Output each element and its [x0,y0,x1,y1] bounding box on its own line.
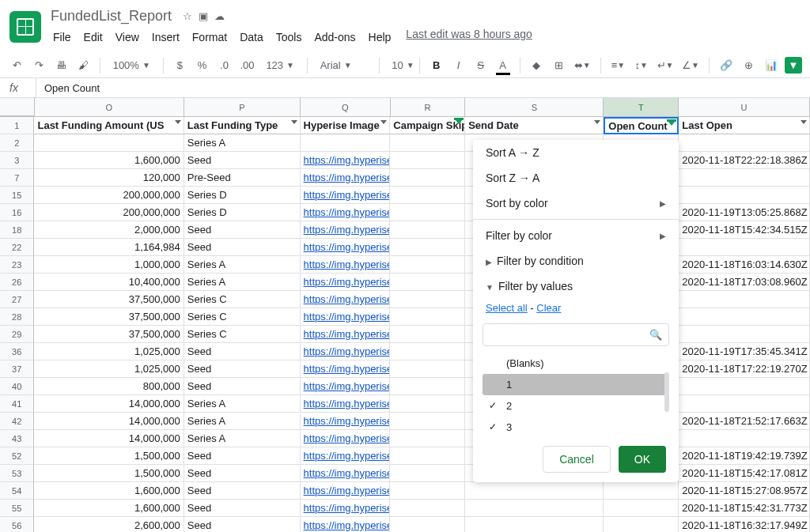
move-icon[interactable]: ▣ [199,10,208,22]
formula-bar[interactable]: Open Count [36,79,810,97]
cell[interactable] [390,430,465,447]
cell[interactable]: 2,000,000 [34,221,184,239]
cell[interactable]: Series A [184,430,301,447]
row-header[interactable]: 15 [0,187,34,204]
cell[interactable] [390,204,465,221]
cell[interactable] [390,465,465,482]
cell[interactable]: 2020-11-18T19:42:19.739Z [679,447,810,465]
currency-icon[interactable]: $ [171,56,188,74]
filter-search-input[interactable] [490,329,627,341]
cell[interactable]: 200,000,000 [34,187,184,204]
filter-value-1[interactable]: 1 [483,374,669,395]
cell[interactable]: Series A [184,134,301,152]
cell[interactable] [390,500,465,517]
cell[interactable]: 1,000,000 [34,256,184,274]
row-header[interactable]: 29 [0,326,34,343]
col-header-R[interactable]: R [391,98,466,116]
cell[interactable]: https://img.hyperise.co/i/eyaG6ITF2 [301,413,391,430]
cell[interactable]: Seed [184,360,301,378]
undo-icon[interactable]: ↶ [8,56,25,74]
search-icon[interactable]: 🔍 [649,329,662,341]
cell[interactable] [679,378,810,395]
fill-color-icon[interactable]: ◆ [528,56,545,74]
cell[interactable]: 2020-11-18T16:03:14.630Z [679,256,810,274]
row-header[interactable]: 40 [0,378,34,395]
cell[interactable]: Series A [184,413,301,430]
cell[interactable]: https://img.hyperise.co/i/eyaG6ITF2 [301,360,391,378]
menu-edit[interactable]: Edit [78,28,108,47]
cell[interactable] [604,482,679,500]
col-header-Q[interactable]: Q [301,98,391,116]
row-header[interactable]: 43 [0,430,34,447]
cell[interactable] [679,326,810,343]
increase-decimal-icon[interactable]: .00 [237,56,256,74]
cell[interactable]: 1,500,000 [34,465,184,482]
borders-icon[interactable]: ⊞ [550,56,567,74]
filter-value-3[interactable]: ✓3 [483,417,669,438]
cell[interactable]: Series A [184,395,301,413]
header-cell[interactable]: Hyperise Image [301,117,391,134]
cell[interactable] [390,517,465,532]
strike-icon[interactable]: S [472,56,490,74]
cell[interactable]: 2020-11-18T15:42:31.773Z [679,500,810,517]
header-cell[interactable]: Last Funding Type [184,117,301,134]
cell[interactable]: https://img.hyperise.co/i/eyaG6ITF2 [301,239,391,256]
cell[interactable]: 1,500,000 [34,447,184,465]
cell[interactable] [679,239,810,256]
cell[interactable] [390,308,465,326]
h-align-icon[interactable]: ≡ ▼ [609,56,628,74]
row-header[interactable]: 23 [0,256,34,274]
cell[interactable] [390,326,465,343]
cell[interactable]: 2020-11-18T15:42:17.081Z [679,465,810,482]
cell[interactable]: Seed [184,343,301,360]
row-header[interactable]: 2 [0,134,34,152]
cell[interactable]: 2020-11-18T15:27:08.957Z [679,482,810,500]
rotate-icon[interactable]: ∠ ▼ [680,56,701,74]
cell[interactable]: https://img.hyperise.co/i/eyaG6ITF2 [301,500,391,517]
filter-dropdown-icon[interactable] [175,120,181,124]
row-header[interactable]: 18 [0,221,34,239]
col-header-O[interactable]: O [35,98,184,116]
filter-dropdown-icon[interactable] [380,120,387,124]
chart-icon[interactable]: 📊 [762,56,780,74]
filter-dropdown-icon[interactable] [594,120,600,124]
font-size-select[interactable]: 10▼ [387,58,411,73]
cell[interactable]: 2020-11-19T17:35:45.341Z [679,343,810,360]
cell[interactable]: https://img.hyperise.co/i/eyaG6ITF2 [301,517,391,532]
cell[interactable] [679,395,810,413]
col-header-S[interactable]: S [465,98,604,116]
row-header[interactable]: 37 [0,360,34,378]
header-cell[interactable]: Last Open [679,117,810,134]
paint-format-icon[interactable]: 🖌 [74,56,92,74]
sheets-logo[interactable] [9,11,41,43]
cell[interactable]: 2020-11-19T13:05:25.868Z [679,204,810,221]
cell[interactable]: https://img.hyperise.co/i/eyaG6ITF2 [301,465,391,482]
last-edit[interactable]: Last edit was 8 hours ago [406,28,532,47]
cell[interactable]: Series D [184,204,301,221]
row-header[interactable]: 26 [0,274,34,291]
cell[interactable]: 14,000,000 [34,413,184,430]
cell[interactable] [390,134,465,152]
header-cell-selected[interactable]: Open Count [604,117,679,134]
doc-title[interactable]: FundedList_Report [47,6,175,26]
cell[interactable]: 2020-11-18T22:22:18.386Z [679,152,810,169]
row-header[interactable]: 54 [0,482,34,500]
cell[interactable]: 14,000,000 [34,430,184,447]
row-header[interactable]: 42 [0,413,34,430]
cell[interactable]: Series A [184,256,301,274]
menu-view[interactable]: View [110,28,145,47]
menu-format[interactable]: Format [187,28,233,47]
cell[interactable] [390,239,465,256]
filter-search[interactable]: 🔍 [483,323,669,346]
cell[interactable]: 37,500,000 [34,291,184,308]
cell[interactable] [390,378,465,395]
cell[interactable]: 10,400,000 [34,274,184,291]
cell[interactable]: https://img.hyperise.co/i/eyaG6ITF2 [301,169,391,187]
cell[interactable] [390,274,465,291]
menu-addons[interactable]: Add-ons [308,28,361,47]
cell[interactable]: Pre-Seed [184,169,301,187]
cell[interactable]: https://img.hyperise.co/i/eyaG6ITF2 [301,395,391,413]
percent-icon[interactable]: % [193,56,210,74]
italic-icon[interactable]: I [450,56,467,74]
cell[interactable]: 2020-11-18T17:22:19.270Z [679,360,810,378]
